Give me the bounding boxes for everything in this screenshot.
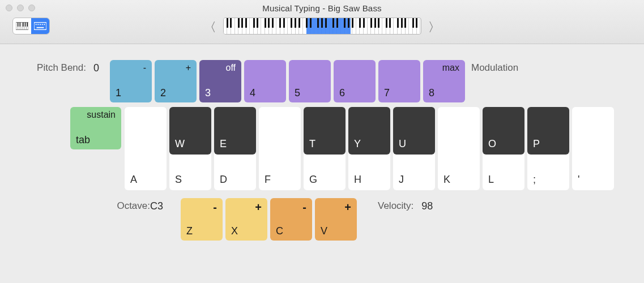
number-key-top: max — [429, 63, 459, 73]
svg-rect-14 — [40, 24, 41, 25]
bottom-row: Octave: C3 -Z+X-C+V Velocity: 98 — [25, 198, 619, 241]
number-key-top: - — [116, 63, 146, 73]
octave-key-top: - — [186, 201, 217, 214]
sustain-key-label: tab — [76, 134, 116, 146]
black-key-O[interactable]: O — [483, 107, 524, 155]
velocity-value: 98 — [421, 198, 433, 212]
black-key-E[interactable]: E — [214, 107, 256, 155]
view-toggle — [12, 18, 50, 35]
window-title: Musical Typing - Big Saw Bass — [262, 3, 382, 13]
black-key-W[interactable]: W — [169, 107, 211, 155]
pitch-bend-value: 0 — [88, 60, 104, 74]
toolbar: 〈 〉 — [0, 18, 644, 35]
piano-icon — [16, 22, 28, 30]
svg-rect-17 — [37, 27, 44, 28]
number-key-top: + — [160, 63, 191, 73]
svg-rect-13 — [37, 24, 39, 25]
titlebar: Musical Typing - Big Saw Bass — [0, 0, 644, 44]
octave-key-X[interactable]: +X — [225, 198, 267, 241]
body: Pitch Bend: 0 -1+2off34567max8 Modulatio… — [0, 44, 644, 241]
number-key-bottom: 5 — [295, 87, 325, 99]
piano-keyboard: ASDFGHJKL;' WETYUOP — [125, 107, 619, 190]
black-key-T[interactable]: T — [304, 107, 346, 155]
number-key-bottom: 8 — [429, 87, 459, 99]
number-key-bottom: 1 — [116, 87, 146, 99]
close-icon[interactable] — [6, 5, 12, 11]
black-key-Y[interactable]: Y — [348, 107, 390, 155]
zoom-icon[interactable] — [28, 5, 35, 11]
svg-rect-3 — [23, 23, 24, 27]
velocity-label: Velocity: — [378, 198, 413, 212]
white-key-label: F — [265, 174, 271, 186]
octave-key-Z[interactable]: -Z — [181, 198, 223, 241]
white-key-label: G — [309, 174, 317, 186]
number-key-bottom: 7 — [384, 87, 415, 99]
black-key-U[interactable]: U — [393, 107, 435, 155]
modulation-label: Modulation — [471, 60, 518, 74]
number-key-4[interactable]: 4 — [244, 60, 286, 102]
svg-rect-16 — [44, 24, 45, 25]
minimize-icon[interactable] — [17, 5, 24, 11]
traffic-lights — [6, 5, 35, 11]
pitch-bend-label: Pitch Bend: — [25, 60, 86, 74]
black-key-label: Y — [354, 138, 361, 150]
octave-next-button[interactable]: 〉 — [427, 18, 436, 35]
piano-view-button[interactable] — [13, 18, 31, 34]
black-key-label: E — [220, 138, 227, 150]
octave-key-top: + — [231, 201, 262, 214]
svg-rect-5 — [27, 23, 28, 27]
octave-prev-button[interactable]: 〈 — [209, 18, 217, 35]
black-key-label: T — [309, 138, 315, 150]
white-key-label: ; — [533, 174, 536, 186]
octave-key-top: - — [276, 201, 306, 214]
octave-value: C3 — [150, 198, 181, 212]
number-key-top: off — [205, 63, 236, 73]
musical-typing-window: Musical Typing - Big Saw Bass — [0, 0, 644, 283]
white-key-label: J — [399, 174, 404, 186]
number-key-7[interactable]: 7 — [378, 60, 420, 102]
number-key-bottom: 3 — [205, 87, 236, 99]
number-key-6[interactable]: 6 — [334, 60, 376, 102]
white-key-label: ' — [578, 174, 579, 186]
number-key-bottom: 2 — [160, 87, 191, 99]
white-key-label: K — [443, 174, 450, 186]
svg-rect-2 — [19, 23, 20, 27]
number-key-5[interactable]: 5 — [289, 60, 331, 102]
sustain-label: sustain — [76, 110, 116, 120]
svg-rect-4 — [25, 23, 26, 27]
svg-rect-1 — [18, 23, 19, 27]
black-key-label: W — [175, 138, 185, 150]
svg-rect-12 — [36, 24, 37, 25]
number-key-8[interactable]: max8 — [423, 60, 465, 102]
octave-key-bottom: X — [231, 225, 262, 237]
white-key-label: L — [488, 174, 494, 186]
sustain-key[interactable]: sustain tab — [70, 107, 121, 149]
black-key-label: P — [533, 138, 540, 150]
number-key-3[interactable]: off3 — [199, 60, 241, 102]
white-key-label: S — [175, 174, 182, 186]
white-key-label: D — [220, 174, 227, 186]
mini-keyboard[interactable] — [223, 18, 421, 35]
octave-label: Octave: — [25, 198, 150, 212]
octave-key-bottom: V — [321, 225, 351, 237]
number-key-bottom: 4 — [250, 87, 280, 99]
black-key-P[interactable]: P — [527, 107, 569, 155]
black-key-label: O — [488, 138, 496, 150]
octave-key-bottom: C — [276, 225, 306, 237]
number-key-1[interactable]: -1 — [110, 60, 152, 102]
octave-key-bottom: Z — [186, 225, 217, 237]
mini-keyboard-nav: 〈 〉 — [209, 18, 436, 35]
keyboard-row: sustain tab ASDFGHJKL;' WETYUOP — [25, 107, 619, 190]
octave-key-C[interactable]: -C — [270, 198, 312, 241]
octave-key-top: + — [321, 201, 351, 214]
pitch-row: Pitch Bend: 0 -1+2off34567max8 Modulatio… — [25, 60, 619, 102]
black-key-label: U — [399, 138, 406, 150]
number-key-2[interactable]: +2 — [155, 60, 197, 102]
number-key-bottom: 6 — [339, 87, 370, 99]
octave-key-V[interactable]: +V — [315, 198, 357, 241]
keyboard-icon — [34, 22, 46, 30]
white-key-label: A — [130, 174, 137, 186]
svg-rect-15 — [42, 24, 43, 25]
typing-view-button[interactable] — [31, 18, 49, 34]
svg-rect-11 — [34, 23, 46, 30]
